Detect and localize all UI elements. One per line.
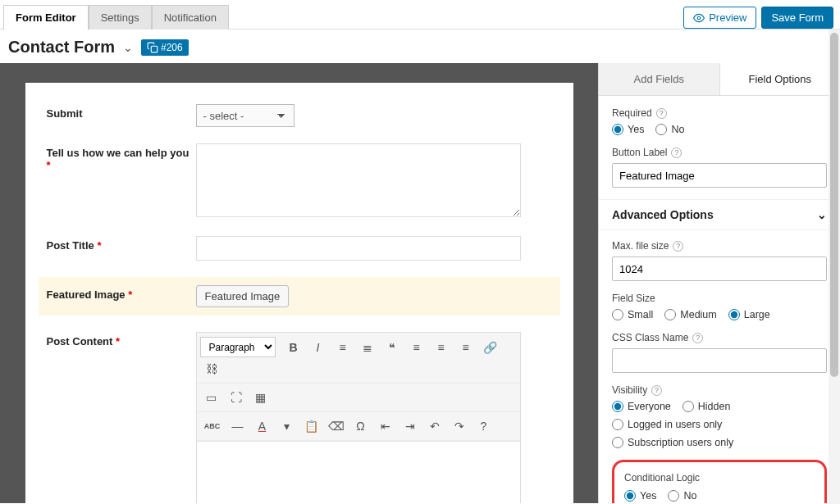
top-actions: Preview Save Form — [683, 7, 833, 29]
paste-icon[interactable]: 📋 — [300, 416, 323, 436]
help-icon[interactable]: ? — [692, 333, 703, 343]
submit-select[interactable]: - select - — [196, 104, 294, 127]
text-color-icon[interactable]: A — [251, 416, 274, 436]
scrollbar-track[interactable] — [829, 30, 840, 504]
opt-button-label: Button Label? — [612, 147, 827, 188]
conditional-logic-box: Conditional Logic Yes No Submit is - sel… — [612, 460, 827, 503]
tab-notification[interactable]: Notification — [152, 5, 229, 30]
field-size-label: Field Size — [612, 293, 655, 304]
max-size-input[interactable] — [612, 257, 827, 281]
help-icon[interactable]: ? — [671, 148, 682, 158]
featured-image-button[interactable]: Featured Image — [196, 285, 290, 307]
label-featured-image: Featured Image * — [47, 285, 196, 301]
field-post-content[interactable]: Post Content * Paragraph B I ≡ ≣ ❝ ≡ — [47, 332, 552, 503]
bold-icon[interactable]: B — [282, 338, 305, 357]
strikethrough-icon[interactable]: ABC — [200, 416, 225, 436]
opt-field-size: Field Size Small Medium Large — [612, 293, 827, 320]
help-icon[interactable]: ? — [656, 108, 667, 119]
radio-size-small[interactable]: Small — [612, 309, 653, 320]
page-title: Contact Form — [8, 38, 115, 57]
top-bar: Form Editor Settings Notification Previe… — [0, 0, 840, 30]
radio-vis-hidden[interactable]: Hidden — [682, 401, 731, 412]
paragraph-select[interactable]: Paragraph — [200, 337, 276, 357]
hr-icon[interactable]: — — [226, 416, 249, 436]
shortcode-text: #206 — [161, 42, 183, 53]
radio-cond-yes[interactable]: Yes — [624, 490, 656, 502]
align-center-icon[interactable]: ≡ — [430, 338, 453, 357]
button-label-input[interactable] — [612, 163, 827, 188]
radio-required-no[interactable]: No — [655, 124, 684, 135]
opt-max-size: Max. file size? — [612, 240, 827, 281]
css-class-label: CSS Class Name — [612, 332, 688, 343]
fullscreen-icon[interactable]: ⛶ — [225, 388, 248, 407]
copy-icon — [147, 42, 158, 53]
help-icon[interactable]: ? — [651, 385, 662, 396]
opt-required: Required? Yes No — [612, 107, 827, 135]
label-submit: Submit — [47, 104, 196, 120]
more-icon[interactable]: ▭ — [200, 388, 223, 407]
outdent-icon[interactable]: ⇤ — [374, 416, 397, 436]
radio-vis-logged[interactable]: Logged in users only — [612, 419, 722, 430]
radio-size-large[interactable]: Large — [728, 309, 770, 320]
css-class-input[interactable] — [612, 348, 827, 373]
tab-add-fields[interactable]: Add Fields — [599, 63, 719, 95]
field-post-title[interactable]: Post Title * — [47, 236, 552, 261]
field-featured-image[interactable]: Featured Image * Featured Image — [39, 277, 560, 316]
main-tabs: Form Editor Settings Notification — [3, 5, 229, 30]
number-list-icon[interactable]: ≣ — [356, 338, 379, 357]
form-title-row: Contact Form ⌄ #206 — [0, 30, 840, 63]
cond-label: Conditional Logic — [624, 472, 815, 484]
link-icon[interactable]: 🔗 — [479, 338, 502, 357]
tab-settings[interactable]: Settings — [89, 5, 152, 30]
radio-required-yes[interactable]: Yes — [612, 124, 644, 135]
opt-css-class: CSS Class Name? — [612, 332, 827, 373]
blockquote-icon[interactable]: ❝ — [381, 338, 404, 357]
chevron-down-icon[interactable]: ⌄ — [123, 41, 133, 54]
svg-point-0 — [697, 16, 701, 20]
advanced-options-header[interactable]: Advanced Options ⌄ — [599, 199, 840, 230]
form-canvas: Submit - select - Tell us how we can hel… — [25, 83, 573, 503]
tab-form-editor[interactable]: Form Editor — [3, 5, 89, 30]
indent-icon[interactable]: ⇥ — [399, 416, 422, 436]
save-form-button[interactable]: Save Form — [761, 7, 833, 29]
opt-visibility: Visibility? Everyone Hidden Logged in us… — [612, 384, 827, 448]
align-left-icon[interactable]: ≡ — [405, 338, 428, 357]
clear-format-icon[interactable]: ⌫ — [325, 416, 348, 436]
sidebar: Add Fields Field Options Required? Yes N… — [598, 63, 840, 503]
bullet-list-icon[interactable]: ≡ — [331, 338, 354, 357]
preview-label: Preview — [709, 11, 746, 24]
field-help[interactable]: Tell us how we can help you * — [47, 143, 552, 220]
editor-body[interactable] — [197, 442, 520, 503]
align-right-icon[interactable]: ≡ — [454, 338, 477, 357]
post-title-input[interactable] — [196, 236, 521, 261]
help-icon[interactable]: ? — [673, 241, 683, 252]
undo-icon[interactable]: ↶ — [423, 416, 446, 436]
visibility-label: Visibility — [612, 384, 647, 396]
redo-icon[interactable]: ↷ — [448, 416, 471, 436]
unlink-icon[interactable]: ⛓ — [200, 359, 223, 379]
shortcode-badge[interactable]: #206 — [141, 39, 189, 56]
italic-icon[interactable]: I — [307, 338, 330, 357]
radio-vis-sub[interactable]: Subscription users only — [612, 437, 733, 448]
toolbar-toggle-icon[interactable]: ▦ — [249, 388, 272, 407]
special-char-icon[interactable]: Ω — [349, 416, 372, 436]
field-submit[interactable]: Submit - select - — [47, 104, 552, 127]
rich-text-editor: Paragraph B I ≡ ≣ ❝ ≡ ≡ ≡ 🔗 ⛓ — [196, 332, 521, 503]
help-icon[interactable]: ? — [472, 416, 495, 436]
svg-rect-1 — [151, 46, 158, 52]
button-label-label: Button Label — [612, 147, 667, 158]
preview-button[interactable]: Preview — [683, 7, 756, 29]
radio-size-medium[interactable]: Medium — [664, 309, 716, 320]
canvas-wrap: Submit - select - Tell us how we can hel… — [0, 63, 598, 503]
side-content: Required? Yes No Button Label? Advanced … — [599, 96, 840, 503]
help-textarea[interactable] — [196, 143, 521, 217]
caret-icon[interactable]: ▾ — [276, 416, 299, 436]
label-post-content: Post Content * — [47, 332, 196, 347]
tab-field-options[interactable]: Field Options — [719, 63, 841, 95]
radio-vis-everyone[interactable]: Everyone — [612, 401, 671, 412]
scrollbar-thumb[interactable] — [830, 33, 838, 377]
label-post-title: Post Title * — [47, 236, 196, 252]
side-tabs: Add Fields Field Options — [599, 63, 840, 96]
radio-cond-no[interactable]: No — [668, 490, 696, 502]
label-help: Tell us how we can help you * — [47, 143, 196, 171]
